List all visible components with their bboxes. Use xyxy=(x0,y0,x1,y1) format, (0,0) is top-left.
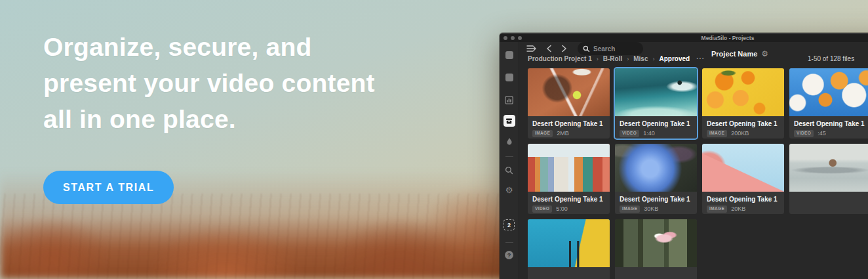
asset-type-badge: VIDEO xyxy=(532,205,552,213)
asset-meta-row: IMAGE 2MB xyxy=(532,130,605,137)
app-sidebar: ⚙ 2 ? xyxy=(500,42,519,279)
asset-card[interactable]: Desert Opening Take 1 VIDEO 1:40 xyxy=(615,68,697,139)
breadcrumb-row: Production Project 1›B-Roll›Misc›Approve… xyxy=(519,55,868,62)
asset-thumb xyxy=(528,144,610,192)
asset-title: Desert Opening Take 1 xyxy=(707,196,779,203)
breadcrumb-separator-icon: › xyxy=(627,56,629,62)
help-icon-glyph: ? xyxy=(505,251,513,259)
asset-meta-row: VIDEO :45 xyxy=(794,130,867,137)
workspace-square xyxy=(505,74,513,81)
asset-type-badge: VIDEO xyxy=(794,130,814,137)
breadcrumb-item[interactable]: Approved xyxy=(659,55,690,62)
asset-card[interactable] xyxy=(528,219,610,279)
asset-card[interactable]: Desert Opening Take 1 VIDEO :45 xyxy=(789,68,868,139)
asset-title: Desert Opening Take 1 xyxy=(794,120,867,127)
asset-type-badge: IMAGE xyxy=(707,205,727,213)
asset-meta-row: IMAGE 30KB xyxy=(620,205,692,213)
archive-icon[interactable] xyxy=(503,115,515,127)
asset-meta: 200KB xyxy=(731,130,749,137)
branch-texture xyxy=(0,194,505,279)
window-titlebar[interactable]: MediaSilo - Projects xyxy=(500,33,868,42)
asset-meta: 2MB xyxy=(557,130,569,137)
breadcrumb-item[interactable]: Misc xyxy=(633,55,648,62)
asset-meta-row: IMAGE 200KB xyxy=(707,130,779,137)
asset-type-badge: IMAGE xyxy=(620,205,640,213)
asset-meta: :45 xyxy=(818,130,826,137)
logo-square xyxy=(505,51,513,59)
sidebar-divider xyxy=(505,242,513,243)
asset-card-footer xyxy=(528,267,610,279)
asset-grid: Desert Opening Take 1 IMAGE 2MB Desert O… xyxy=(519,62,868,279)
search-icon xyxy=(583,45,590,53)
asset-thumb xyxy=(615,68,697,116)
sidebar-toggle-glyph xyxy=(526,45,537,53)
asset-title: Desert Opening Take 1 xyxy=(620,120,692,127)
asset-title: Desert Opening Take 1 xyxy=(707,120,779,127)
sidebar-divider xyxy=(505,156,513,157)
asset-type-badge: IMAGE xyxy=(707,130,727,137)
asset-title: Desert Opening Take 1 xyxy=(532,120,605,127)
window-body: ⚙ 2 ? xyxy=(500,42,868,279)
headline: Organize, secure, and present your video… xyxy=(43,29,375,137)
asset-card-footer: Desert Opening Take 1 IMAGE 2MB xyxy=(528,116,610,139)
sidebar-toggle-icon[interactable] xyxy=(525,43,538,54)
window-title: MediaSilo - Projects xyxy=(500,35,868,41)
flame-icon-glyph xyxy=(505,137,513,146)
asset-card[interactable]: Desert Opening Take 1 VIDEO 5:00 xyxy=(528,144,610,214)
archive-active-tile xyxy=(503,115,515,127)
asset-card[interactable] xyxy=(789,144,868,214)
asset-card[interactable]: Desert Opening Take 1 IMAGE 20KB xyxy=(702,144,784,214)
chart-icon-glyph xyxy=(505,96,513,104)
asset-card[interactable]: Desert Opening Take 1 IMAGE 2MB xyxy=(528,68,610,139)
asset-thumb xyxy=(615,219,697,267)
search-icon[interactable] xyxy=(505,166,513,175)
gear-icon-glyph: ⚙ xyxy=(505,186,513,194)
queue-count: 2 xyxy=(503,219,515,230)
asset-thumb xyxy=(702,68,784,116)
breadcrumb-overflow-button[interactable]: ··· xyxy=(696,55,705,62)
gear-icon[interactable]: ⚙ xyxy=(505,186,513,194)
hero-banner: Organize, secure, and present your video… xyxy=(0,0,868,279)
asset-thumb xyxy=(528,219,610,267)
asset-thumb xyxy=(528,68,610,116)
breadcrumb: Production Project 1›B-Roll›Misc›Approve… xyxy=(528,55,705,62)
asset-title: Desert Opening Take 1 xyxy=(532,196,605,203)
asset-card-footer: Desert Opening Take 1 IMAGE 200KB xyxy=(702,116,784,139)
breadcrumb-separator-icon: › xyxy=(652,56,654,62)
asset-meta: 20KB xyxy=(731,205,745,212)
asset-card-footer: Desert Opening Take 1 VIDEO 5:00 xyxy=(528,192,610,214)
queue-badge[interactable]: 2 xyxy=(503,219,515,230)
asset-card[interactable]: Desert Opening Take 1 IMAGE 30KB xyxy=(615,144,697,214)
search-input[interactable] xyxy=(593,45,638,53)
asset-meta: 5:00 xyxy=(556,205,568,212)
forward-glyph xyxy=(561,45,567,53)
asset-card-footer: Desert Opening Take 1 VIDEO 1:40 xyxy=(615,116,697,139)
forward-icon[interactable] xyxy=(560,43,568,54)
asset-card-footer xyxy=(615,267,697,279)
toolbar: Project Name ⚙ xyxy=(519,42,868,55)
asset-card-footer: Desert Opening Take 1 IMAGE 20KB xyxy=(702,192,784,214)
logo-square-icon[interactable] xyxy=(505,51,513,59)
asset-meta-row: VIDEO 1:40 xyxy=(620,130,692,137)
search-bar[interactable] xyxy=(578,42,643,55)
back-glyph xyxy=(546,45,552,53)
chart-icon[interactable] xyxy=(505,96,513,104)
back-icon[interactable] xyxy=(545,43,553,54)
asset-type-badge: VIDEO xyxy=(620,130,639,137)
file-count: 1-50 of 128 files xyxy=(808,55,854,62)
asset-type-badge: IMAGE xyxy=(532,130,553,137)
asset-card-footer: Desert Opening Take 1 VIDEO :45 xyxy=(789,116,868,139)
breadcrumb-item[interactable]: Production Project 1 xyxy=(528,55,592,62)
asset-card[interactable] xyxy=(615,219,697,279)
asset-card[interactable]: Desert Opening Take 1 IMAGE 200KB xyxy=(702,68,784,139)
flame-icon[interactable] xyxy=(505,137,513,146)
workspace-square-icon[interactable] xyxy=(505,74,513,81)
help-icon[interactable]: ? xyxy=(505,251,513,259)
asset-thumb xyxy=(789,144,868,192)
asset-meta: 30KB xyxy=(644,205,658,212)
breadcrumb-item[interactable]: B-Roll xyxy=(603,55,622,62)
start-trial-button[interactable]: START A TRIAL xyxy=(43,171,174,204)
breadcrumb-separator-icon: › xyxy=(597,56,599,62)
asset-title: Desert Opening Take 1 xyxy=(620,196,692,203)
app-window: MediaSilo - Projects xyxy=(500,33,868,279)
